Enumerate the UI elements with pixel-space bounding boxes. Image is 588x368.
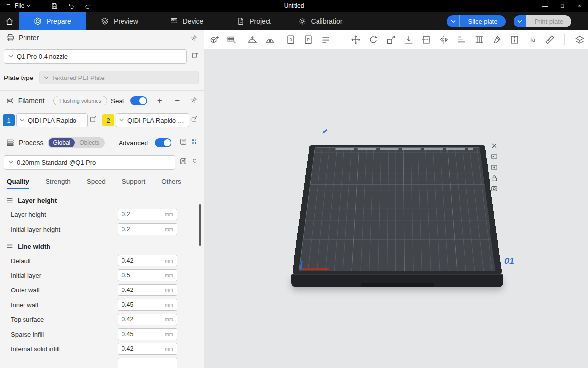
minimize-button[interactable]: —	[537, 0, 554, 12]
advanced-toggle[interactable]	[155, 138, 172, 147]
viewport-canvas[interactable]: 01	[204, 49, 588, 368]
setting-label: Default	[11, 257, 118, 264]
setting-input[interactable]: 0.42 mm	[118, 255, 177, 266]
filament-settings-gear-icon[interactable]	[190, 96, 198, 105]
support-paint-icon[interactable]	[473, 34, 485, 46]
printer-select[interactable]: Q1 Pro 0.4 nozzle	[4, 49, 187, 64]
redo-icon[interactable]	[79, 0, 96, 12]
setting-unit: mm	[165, 211, 173, 217]
filament-2-edit-icon[interactable]	[191, 115, 198, 125]
process-tab-support[interactable]: Support	[122, 178, 145, 189]
document-p-icon[interactable]: P	[302, 34, 314, 46]
print-options-chevron-icon[interactable]	[514, 15, 526, 27]
filament-1-edit-icon[interactable]	[89, 115, 97, 125]
setting-input[interactable]: 0.2 mm	[118, 223, 177, 235]
print-plate-label[interactable]: Print plate	[526, 15, 571, 27]
printer-edit-icon[interactable]	[191, 52, 199, 61]
seam-icon[interactable]	[509, 34, 520, 46]
tab-device[interactable]: Device	[153, 12, 220, 30]
build-plate-front-edge	[291, 274, 503, 287]
plate-settings-icon[interactable]	[489, 184, 499, 194]
scale-icon[interactable]	[385, 34, 397, 46]
auto-arrange-plate-icon[interactable]	[489, 151, 499, 161]
plate-type-select[interactable]: Textured PEI Plate	[39, 71, 199, 84]
filament-2-select[interactable]: QIDI PLA Rapido M...	[116, 113, 189, 127]
segment-global[interactable]: Global	[49, 138, 75, 147]
process-tab-strength[interactable]: Strength	[46, 178, 71, 189]
lay-on-face-icon[interactable]	[403, 34, 415, 46]
save-preset-icon[interactable]	[179, 158, 187, 167]
setting-input[interactable]: 0.2 mm	[118, 209, 177, 220]
setting-input[interactable]: 0.45 mm	[118, 328, 177, 340]
lock-plate-icon[interactable]	[489, 173, 499, 183]
delete-plate-icon[interactable]	[489, 140, 499, 151]
remove-filament-button[interactable]: −	[172, 96, 183, 105]
svg-text:Ta: Ta	[529, 37, 536, 43]
setting-input[interactable]: 0.42 mm	[118, 343, 177, 355]
tab-prepare[interactable]: Prepare	[19, 12, 86, 30]
grid-dots-icon[interactable]	[190, 138, 198, 148]
close-button[interactable]: ×	[571, 0, 588, 12]
filament-1-select[interactable]: QIDI PLA Rapido	[16, 113, 88, 127]
undo-icon[interactable]	[63, 0, 79, 12]
process-preset-select[interactable]: 0.20mm Standard @Q1 Pro	[4, 155, 175, 170]
setting-input[interactable]: 0.42 mm	[118, 284, 177, 296]
measure-icon[interactable]	[544, 34, 556, 46]
cut-icon[interactable]	[420, 34, 432, 46]
layer-height-group-header[interactable]: Layer height	[0, 189, 204, 207]
file-menu-chevron-icon[interactable]	[26, 4, 31, 7]
assembly-icon[interactable]	[574, 34, 586, 46]
file-menu[interactable]: File	[15, 2, 24, 9]
parameter-list-icon[interactable]	[179, 138, 187, 148]
orient-plate-icon[interactable]	[489, 162, 499, 172]
process-tab-others[interactable]: Others	[161, 178, 181, 189]
search-preset-icon[interactable]	[191, 158, 199, 167]
rotate-icon[interactable]	[368, 34, 379, 46]
tab-preview[interactable]: Preview	[86, 12, 153, 30]
setting-input[interactable]	[118, 358, 177, 368]
process-tab-quality[interactable]: Quality	[7, 178, 29, 189]
app-menu-icon[interactable]: ≡	[4, 2, 13, 10]
printer-settings-gear-icon[interactable]	[190, 34, 198, 42]
auto-orient-icon[interactable]	[246, 34, 258, 46]
arrange-icon[interactable]	[264, 34, 276, 46]
save-icon[interactable]	[46, 0, 63, 12]
variable-layer-height-icon[interactable]	[456, 34, 467, 46]
setting-row: Internal solid infill 0.42 mm	[0, 342, 204, 356]
filament-1-swatch[interactable]: 1	[3, 114, 15, 126]
home-button[interactable]	[0, 12, 19, 30]
move-icon[interactable]	[350, 34, 362, 46]
line-width-group-header[interactable]: Line width	[0, 237, 204, 253]
slice-options-chevron-icon[interactable]	[447, 15, 459, 27]
maximize-button[interactable]: □	[554, 0, 571, 12]
setting-input[interactable]: 0.45 mm	[118, 299, 177, 311]
chevron-down-icon	[44, 76, 49, 79]
plate-name-edit-icon[interactable]	[322, 128, 328, 136]
add-plate-icon[interactable]	[226, 34, 238, 46]
segment-objects[interactable]: Objects	[75, 138, 104, 147]
add-filament-button[interactable]: +	[154, 96, 165, 105]
process-tab-speed[interactable]: Speed	[87, 178, 106, 189]
setting-input[interactable]: 0.5 mm	[118, 269, 177, 281]
slice-plate-label[interactable]: Slice plate	[459, 15, 506, 27]
setting-label: Outer wall	[11, 287, 118, 294]
setting-label: Initial layer height	[11, 226, 118, 233]
setting-label: Sparse infill	[11, 331, 118, 338]
setting-input[interactable]: 0.42 mm	[118, 314, 177, 325]
color-paint-icon[interactable]	[491, 34, 503, 46]
seal-label: Seal	[111, 97, 124, 105]
document-zero-icon[interactable]: 0	[285, 34, 296, 46]
tab-calibration[interactable]: Calibration	[287, 12, 354, 30]
tab-project[interactable]: Project	[220, 12, 287, 30]
mirror-icon[interactable]	[438, 34, 450, 46]
build-plate[interactable]	[293, 128, 501, 290]
text-tool-icon[interactable]: Ta	[526, 34, 538, 46]
seal-toggle[interactable]	[130, 96, 147, 105]
flushing-volumes-button[interactable]: Flushing volumes	[53, 96, 107, 105]
setting-unit: mm	[165, 287, 173, 293]
filament-2-swatch[interactable]: 2	[102, 114, 114, 126]
build-plate-surface[interactable]	[292, 145, 502, 275]
add-object-icon[interactable]	[208, 34, 220, 46]
list-lines-icon[interactable]	[320, 34, 332, 46]
settings-scrollbar[interactable]	[199, 204, 201, 246]
